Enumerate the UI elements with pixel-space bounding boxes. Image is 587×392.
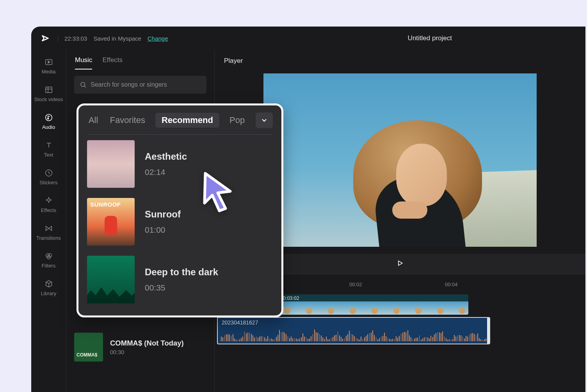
- clock-icon: [44, 169, 53, 177]
- sidebar-item-stockvideos[interactable]: Stock videos: [31, 80, 66, 108]
- album-art: [74, 333, 103, 362]
- ruler-tick: 00:04: [445, 282, 458, 287]
- popup-song-item[interactable]: Sunroof 01:00: [87, 198, 273, 246]
- svg-point-8: [81, 82, 85, 87]
- sidebar-item-label: Transitions: [36, 235, 61, 241]
- audio-icon: [44, 113, 53, 122]
- filter-pop[interactable]: Pop: [228, 113, 246, 128]
- tab-music[interactable]: Music: [75, 56, 92, 69]
- sidebar-item-label: Library: [41, 290, 57, 296]
- video-preview[interactable]: [263, 73, 537, 247]
- play-button[interactable]: [396, 259, 404, 269]
- song-title: COMMA$ (Not Today): [110, 339, 184, 347]
- filter-recommend[interactable]: Recommend: [155, 113, 219, 128]
- sidebar-item-effects[interactable]: Effects: [31, 191, 66, 219]
- song-title: Sunroof: [145, 209, 181, 220]
- song-duration: 01:00: [145, 225, 181, 235]
- clip-handle-right[interactable]: [487, 317, 490, 344]
- sidebar-item-label: Effects: [41, 207, 57, 213]
- popup-filter-tabs: All Favorites Recommend Pop: [87, 112, 273, 135]
- song-duration: 02:14: [145, 167, 187, 177]
- sidebar-item-label: Stickers: [39, 180, 57, 185]
- album-art: [87, 256, 135, 303]
- waveform: [221, 330, 486, 341]
- sidebar-item-transitions[interactable]: Transitions: [31, 219, 66, 246]
- sidebar-item-label: Media: [42, 69, 55, 75]
- sparkle-icon: [44, 196, 53, 205]
- audio-clip-label: 202304181627: [218, 318, 489, 327]
- player-header: Player: [215, 50, 585, 72]
- circles-icon: [44, 252, 53, 260]
- svg-point-2: [45, 114, 52, 121]
- change-location-link[interactable]: Change: [148, 35, 168, 42]
- ruler-tick: 00:02: [349, 282, 362, 287]
- filter-all[interactable]: All: [87, 113, 100, 128]
- sidebar-item-library[interactable]: Library: [31, 274, 66, 302]
- music-recommend-popup: All Favorites Recommend Pop Aesthetic 02…: [76, 103, 283, 317]
- sidebar-nav: Media Stock videos Audio Text Stickers E…: [31, 50, 66, 392]
- popup-song-list: Aesthetic 02:14 Sunroof 01:00 Deep to th…: [87, 135, 273, 303]
- sidebar-item-audio[interactable]: Audio: [31, 108, 66, 135]
- sidebar-item-label: Stock videos: [34, 96, 63, 102]
- song-duration: 00:35: [145, 283, 218, 292]
- divider: [58, 35, 58, 42]
- panel-tabs: Music Effects: [66, 50, 214, 69]
- svg-rect-1: [45, 87, 52, 93]
- filter-more-button[interactable]: [256, 112, 273, 128]
- audio-track[interactable]: 202304181627: [215, 315, 585, 347]
- album-art: [87, 198, 135, 246]
- topbar: 22:33:03 Saved in Myspace Change Untitle…: [31, 27, 585, 50]
- sidebar-item-label: Filters: [42, 263, 55, 269]
- sidebar-item-filters[interactable]: Filters: [31, 246, 66, 274]
- tab-effects[interactable]: Effects: [102, 56, 123, 69]
- song-item[interactable]: COMMA$ (Not Today) 00:30: [66, 329, 192, 365]
- song-duration: 00:30: [110, 349, 184, 355]
- media-icon: [44, 58, 53, 66]
- save-timestamp: 22:33:03: [64, 35, 87, 42]
- bowtie-icon: [44, 224, 53, 233]
- project-title: Untitled project: [408, 34, 452, 42]
- search-icon: [80, 81, 87, 88]
- cube-icon: [44, 280, 53, 288]
- save-location: Saved in Myspace: [93, 35, 141, 42]
- chevron-down-icon: [260, 116, 268, 124]
- sidebar-item-stickers[interactable]: Stickers: [31, 163, 66, 191]
- sidebar-item-text[interactable]: Text: [31, 135, 66, 163]
- song-title: Aesthetic: [145, 151, 187, 162]
- cursor-pointer-icon: [200, 169, 237, 213]
- sidebar-item-label: Audio: [42, 124, 55, 130]
- grid-icon: [44, 86, 53, 94]
- album-art: [87, 140, 135, 188]
- popup-song-item[interactable]: Aesthetic 02:14: [87, 140, 273, 188]
- filter-favorites[interactable]: Favorites: [108, 113, 146, 128]
- search-input[interactable]: Search for songs or singers: [74, 76, 206, 94]
- audio-clip[interactable]: 202304181627: [217, 317, 490, 344]
- app-logo-icon: [40, 32, 52, 44]
- search-placeholder: Search for songs or singers: [91, 81, 167, 88]
- sidebar-item-label: Text: [44, 152, 53, 158]
- text-icon: [44, 141, 53, 150]
- popup-song-item[interactable]: Deep to the dark 00:35: [87, 256, 273, 303]
- sidebar-item-media[interactable]: Media: [31, 52, 66, 80]
- svg-point-3: [47, 118, 48, 119]
- song-title: Deep to the dark: [145, 267, 218, 278]
- play-icon: [396, 259, 404, 267]
